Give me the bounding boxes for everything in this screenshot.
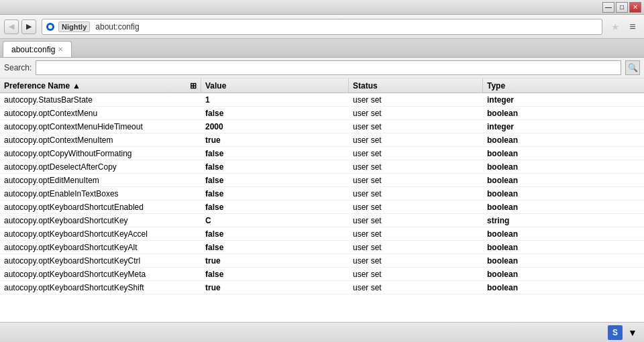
cell-preference-name: autocopy.StatusBarState bbox=[0, 93, 201, 106]
address-text: Nightly about:config bbox=[58, 21, 599, 32]
cell-status: user set bbox=[349, 227, 483, 240]
cell-preference-name: autocopy.optKeyboardShortcutKeyAccel bbox=[0, 227, 201, 240]
cell-type: boolean bbox=[483, 268, 644, 280]
title-bar: — □ ✕ bbox=[0, 0, 644, 15]
cell-status: user set bbox=[349, 187, 483, 200]
cell-value: false bbox=[201, 268, 349, 280]
cell-preference-name: autocopy.optKeyboardShortcutKeyAlt bbox=[0, 241, 201, 253]
cell-status: user set bbox=[349, 214, 483, 227]
forward-button[interactable]: ▶ bbox=[21, 19, 36, 34]
cell-type: integer bbox=[483, 120, 644, 133]
table-body: autocopy.StatusBarState1user setintegera… bbox=[0, 93, 644, 322]
table-row[interactable]: autocopy.optContextMenuHideTimeout2000us… bbox=[0, 120, 644, 133]
cell-preference-name: autocopy.optEnableInTextBoxes bbox=[0, 187, 201, 200]
cell-value: false bbox=[201, 107, 349, 119]
cell-status: user set bbox=[349, 241, 483, 253]
download-icon[interactable]: ▼ bbox=[625, 325, 640, 340]
cell-type: boolean bbox=[483, 227, 644, 240]
cell-status: user set bbox=[349, 120, 483, 133]
cell-type: boolean bbox=[483, 107, 644, 119]
cell-preference-name: autocopy.optContextMenuItem bbox=[0, 133, 201, 146]
column-header-status[interactable]: Status bbox=[349, 78, 483, 93]
cell-type: integer bbox=[483, 93, 644, 106]
cell-type: boolean bbox=[483, 133, 644, 146]
back-button[interactable]: ◀ bbox=[4, 19, 19, 34]
table-row[interactable]: autocopy.optContextMenuItemtrueuser setb… bbox=[0, 133, 644, 147]
column-header-type[interactable]: Type bbox=[483, 78, 644, 93]
table-row[interactable]: autocopy.optEditMenuItemfalseuser setboo… bbox=[0, 174, 644, 187]
tab-title: about:config bbox=[11, 45, 55, 54]
cell-status: user set bbox=[349, 160, 483, 173]
browser-icon bbox=[45, 21, 56, 32]
cell-value: false bbox=[201, 241, 349, 253]
table-row[interactable]: autocopy.optKeyboardShortcutKeyShifttrue… bbox=[0, 281, 644, 294]
cell-status: user set bbox=[349, 133, 483, 146]
table-row[interactable]: autocopy.StatusBarState1user setinteger bbox=[0, 93, 644, 107]
cell-value: false bbox=[201, 201, 349, 213]
table-row[interactable]: autocopy.optKeyboardShortcutKeyCuser set… bbox=[0, 214, 644, 227]
address-bar[interactable]: Nightly about:config bbox=[42, 19, 602, 35]
table-row[interactable]: autocopy.optContextMenufalseuser setbool… bbox=[0, 107, 644, 120]
table-row[interactable]: autocopy.optEnableInTextBoxesfalseuser s… bbox=[0, 187, 644, 201]
table-row[interactable]: autocopy.optKeyboardShortcutKeyMetafalse… bbox=[0, 268, 644, 281]
cell-preference-name: autocopy.optCopyWithoutFormating bbox=[0, 147, 201, 160]
cell-type: boolean bbox=[483, 241, 644, 253]
cell-preference-name: autocopy.optContextMenuHideTimeout bbox=[0, 120, 201, 133]
cell-preference-name: autocopy.optContextMenu bbox=[0, 107, 201, 119]
cell-value: true bbox=[201, 281, 349, 294]
menu-button[interactable]: ≡ bbox=[625, 19, 640, 34]
cell-value: false bbox=[201, 227, 349, 240]
search-input[interactable] bbox=[36, 60, 621, 75]
table-row[interactable]: autocopy.optDeselectAfterCopyfalseuser s… bbox=[0, 160, 644, 174]
active-tab[interactable]: about:config ✕ bbox=[3, 41, 72, 57]
cell-value: 1 bbox=[201, 93, 349, 106]
cell-status: user set bbox=[349, 147, 483, 160]
cell-type: boolean bbox=[483, 174, 644, 186]
table-row[interactable]: autocopy.optKeyboardShortcutKeyCtrltrueu… bbox=[0, 254, 644, 268]
tab-close-button[interactable]: ✕ bbox=[58, 46, 63, 53]
s-icon[interactable]: S bbox=[608, 325, 623, 340]
table-row[interactable]: autocopy.optKeyboardShortcutEnabledfalse… bbox=[0, 201, 644, 214]
tab-strip: about:config ✕ bbox=[0, 39, 644, 58]
cell-preference-name: autocopy.optKeyboardShortcutEnabled bbox=[0, 201, 201, 213]
svg-point-1 bbox=[48, 25, 52, 29]
cell-value: C bbox=[201, 214, 349, 227]
cell-preference-name: autocopy.optDeselectAfterCopy bbox=[0, 160, 201, 173]
bookmark-star-icon[interactable]: ★ bbox=[608, 19, 623, 34]
cell-value: false bbox=[201, 147, 349, 160]
cell-status: user set bbox=[349, 281, 483, 294]
cell-preference-name: autocopy.optKeyboardShortcutKeyShift bbox=[0, 281, 201, 294]
cell-value: 2000 bbox=[201, 120, 349, 133]
table-row[interactable]: autocopy.optKeyboardShortcutKeyAccelfals… bbox=[0, 227, 644, 241]
status-bar: S ▼ bbox=[0, 322, 644, 342]
column-resize-icon[interactable]: ⊞ bbox=[190, 81, 197, 91]
search-label: Search: bbox=[4, 63, 32, 72]
column-header-value[interactable]: Value bbox=[201, 78, 349, 93]
column-header-name[interactable]: Preference Name ▲ ⊞ bbox=[0, 78, 201, 93]
window-controls: — □ ✕ bbox=[602, 2, 641, 13]
cell-type: boolean bbox=[483, 254, 644, 267]
address-url: about:config bbox=[95, 22, 139, 32]
table-row[interactable]: autocopy.optCopyWithoutFormatingfalseuse… bbox=[0, 147, 644, 160]
cell-status: user set bbox=[349, 254, 483, 267]
search-go-button[interactable]: 🔍 bbox=[625, 60, 640, 75]
table-header: Preference Name ▲ ⊞ Value Status Type bbox=[0, 78, 644, 93]
minimize-button[interactable]: — bbox=[602, 2, 614, 13]
cell-value: false bbox=[201, 174, 349, 186]
cell-type: boolean bbox=[483, 187, 644, 200]
close-button[interactable]: ✕ bbox=[629, 2, 641, 13]
tab-name-label: Nightly bbox=[58, 21, 90, 32]
cell-value: false bbox=[201, 160, 349, 173]
cell-status: user set bbox=[349, 268, 483, 280]
cell-preference-name: autocopy.optKeyboardShortcutKeyCtrl bbox=[0, 254, 201, 267]
cell-status: user set bbox=[349, 107, 483, 119]
cell-type: boolean bbox=[483, 201, 644, 213]
cell-preference-name: autocopy.optKeyboardShortcutKey bbox=[0, 214, 201, 227]
maximize-button[interactable]: □ bbox=[616, 2, 628, 13]
table-row[interactable]: autocopy.optKeyboardShortcutKeyAltfalseu… bbox=[0, 241, 644, 254]
cell-type: boolean bbox=[483, 160, 644, 173]
navigation-bar: ◀ ▶ Nightly about:config ★ ≡ bbox=[0, 15, 644, 39]
cell-preference-name: autocopy.optKeyboardShortcutKeyMeta bbox=[0, 268, 201, 280]
cell-type: boolean bbox=[483, 147, 644, 160]
cell-value: true bbox=[201, 254, 349, 267]
